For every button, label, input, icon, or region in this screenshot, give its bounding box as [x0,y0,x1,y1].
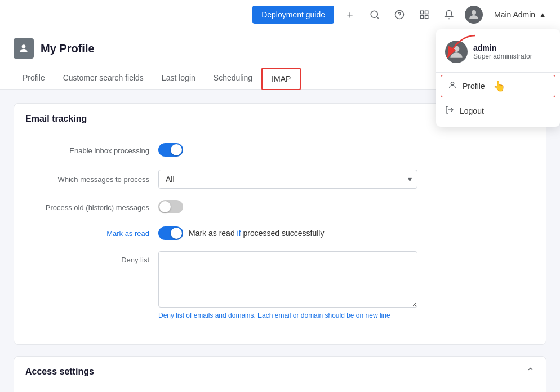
dropdown-avatar [445,41,468,63]
toggle-knob-on [171,144,182,155]
profile-menu-label: Profile [463,82,485,91]
avatar[interactable] [465,6,483,24]
cursor-hand-icon: 👆 [493,80,505,92]
profile-icon-box [14,38,34,59]
plus-icon[interactable]: ＋ [341,6,359,24]
access-settings-title: Access settings [25,367,94,377]
svg-rect-6 [425,15,428,18]
svg-point-0 [371,11,377,17]
dropdown-user-info: admin Super administrator [436,34,560,70]
mark-as-read-inline: Mark as read if processed successfully [189,229,324,238]
mark-read-text2: processed successfully [241,229,325,238]
process-old-toggle[interactable] [158,200,183,213]
dropdown-username: admin [473,43,532,52]
mark-as-read-row: Mark as read Mark as read if processed s… [25,226,535,240]
mark-as-read-label: Mark as read [25,229,149,238]
tab-last-login[interactable]: Last login [153,68,205,90]
main-admin-button[interactable]: Main Admin ▲ [490,8,551,21]
tab-imap[interactable]: IMAP [261,68,301,90]
user-dropdown: admin Super administrator Profile 👆 Logo… [436,29,560,127]
profile-menu-item[interactable]: Profile 👆 [441,75,555,97]
svg-point-12 [22,44,26,48]
which-messages-select-container: All Unread only Read only ▾ [158,170,417,189]
main-content: Email tracking ⌃ Enable inbox processing… [0,90,560,392]
mark-as-read-toggle[interactable] [158,226,183,240]
page-title: My Profile [41,42,95,55]
logout-menu-label: Logout [460,106,484,115]
email-tracking-section: Email tracking ⌃ Enable inbox processing… [14,103,546,345]
help-icon[interactable] [390,6,408,24]
access-settings-body: Show my inbox to other admins ▾ Administ… [14,387,546,392]
enable-inbox-label: Enable inbox processing [25,146,149,155]
access-settings-section: Access settings ⌃ Show my inbox to other… [14,356,546,392]
which-messages-row: Which messages to process All Unread onl… [25,170,535,189]
mark-read-knob [171,228,182,239]
deny-list-textarea[interactable] [158,251,417,308]
search-icon[interactable] [366,6,384,24]
process-old-row: Process old (historic) messages [25,200,535,215]
deny-list-control: Deny list of emails and domains. Each em… [158,251,417,319]
enable-inbox-row: Enable inbox processing [25,143,535,158]
process-old-toggle-wrap [158,200,417,215]
tab-profile[interactable]: Profile [14,68,54,90]
mark-as-read-control: Mark as read if processed successfully [158,226,417,240]
profile-icon [448,81,457,92]
access-settings-chevron: ⌃ [526,366,535,378]
access-settings-header[interactable]: Access settings ⌃ [14,357,546,387]
svg-rect-5 [420,15,423,18]
which-messages-select[interactable]: All Unread only Read only [158,170,417,189]
logout-menu-item[interactable]: Logout [436,100,560,122]
deployment-guide-button[interactable]: Deployment guide [252,6,334,24]
tab-scheduling[interactable]: Scheduling [205,68,261,90]
deny-list-row: Deny list Deny list of emails and domain… [25,251,535,319]
bell-icon[interactable] [440,6,458,24]
dropdown-role: Super administrator [473,52,532,60]
svg-point-7 [472,10,476,15]
toggle-knob-off [159,201,171,212]
topnav: Deployment guide ＋ Main Admin ▲ [0,0,560,29]
logout-icon [445,105,454,117]
svg-rect-3 [420,11,423,14]
enable-inbox-toggle[interactable] [158,143,183,157]
dropdown-divider [436,72,560,73]
which-messages-select-wrap: All Unread only Read only ▾ [158,170,417,189]
which-messages-label: Which messages to process [25,175,149,184]
email-tracking-body: Enable inbox processing Which messages t… [14,134,546,344]
deny-list-label: Deny list [25,256,149,264]
svg-point-8 [454,46,460,52]
enable-inbox-toggle-wrap [158,143,417,158]
process-old-label: Process old (historic) messages [25,203,149,212]
mark-read-text1: Mark as read [189,229,237,238]
chevron-up-icon: ▲ [539,10,546,19]
dashboard-icon[interactable] [415,6,433,24]
dropdown-user-details: admin Super administrator [473,43,532,60]
email-tracking-title: Email tracking [25,114,87,124]
deny-list-help: Deny list of emails and domains. Each em… [158,311,417,319]
mark-read-highlight: if [237,229,241,238]
svg-rect-4 [425,11,428,14]
tab-customer-search-fields[interactable]: Customer search fields [54,68,153,90]
svg-point-9 [451,82,454,85]
main-admin-label: Main Admin [494,10,535,19]
